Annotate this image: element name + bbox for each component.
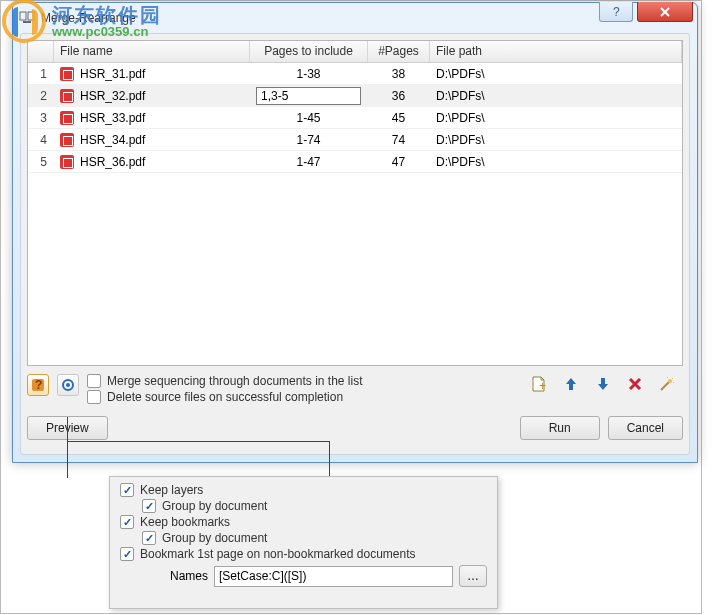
svg-text:?: ?: [35, 378, 42, 392]
table-row[interactable]: 2HSR_32.pdf36D:\PDFs\: [28, 85, 682, 107]
move-up-icon[interactable]: [561, 374, 581, 394]
help-button[interactable]: ?: [599, 2, 633, 22]
cell-filename[interactable]: HSR_33.pdf: [54, 111, 250, 125]
col-npages[interactable]: #Pages: [368, 41, 430, 62]
row-number: 3: [28, 111, 54, 125]
cell-pages[interactable]: [250, 87, 368, 105]
svg-text:+: +: [539, 379, 546, 393]
bookmark-first-label: Bookmark 1st page on non-bookmarked docu…: [140, 547, 416, 561]
group-bookmarks-label: Group by document: [162, 531, 267, 545]
merge-seq-label: Merge sequencing through documents in th…: [107, 374, 363, 388]
pdf-icon: [60, 155, 74, 169]
svg-point-8: [668, 379, 672, 383]
pages-text: 1-74: [296, 133, 320, 147]
pdf-icon: [60, 133, 74, 147]
svg-rect-0: [20, 12, 26, 20]
cell-npages: 38: [368, 67, 430, 81]
filename-text: HSR_32.pdf: [80, 89, 145, 103]
grid-header: File name Pages to include #Pages File p…: [28, 41, 682, 63]
cell-npages: 45: [368, 111, 430, 125]
keep-bookmarks-checkbox[interactable]: [120, 515, 134, 529]
dialog-window: Merge-Rearrange ? File name Pages to inc…: [12, 2, 698, 463]
move-down-icon[interactable]: [593, 374, 613, 394]
filename-text: HSR_33.pdf: [80, 111, 145, 125]
group-layers-label: Group by document: [162, 499, 267, 513]
pdf-icon: [60, 111, 74, 125]
cell-path: D:\PDFs\: [430, 111, 682, 125]
titlebar[interactable]: Merge-Rearrange ?: [13, 3, 697, 33]
run-button[interactable]: Run: [520, 416, 600, 440]
table-row[interactable]: 5HSR_36.pdf1-4747D:\PDFs\: [28, 151, 682, 173]
filename-text: HSR_31.pdf: [80, 67, 145, 81]
delete-src-label: Delete source files on successful comple…: [107, 390, 343, 404]
cell-path: D:\PDFs\: [430, 89, 682, 103]
col-pages[interactable]: Pages to include: [250, 41, 368, 62]
names-label: Names: [170, 569, 208, 583]
cancel-button[interactable]: Cancel: [608, 416, 683, 440]
remove-icon[interactable]: [625, 374, 645, 394]
app-icon: [19, 10, 35, 26]
cell-pages[interactable]: 1-45: [250, 111, 368, 125]
row-number: 5: [28, 155, 54, 169]
filename-text: HSR_36.pdf: [80, 155, 145, 169]
cell-npages: 47: [368, 155, 430, 169]
pages-text: 1-45: [296, 111, 320, 125]
wizard-icon[interactable]: [657, 374, 677, 394]
cell-path: D:\PDFs\: [430, 133, 682, 147]
cell-pages[interactable]: 1-47: [250, 155, 368, 169]
cell-path: D:\PDFs\: [430, 67, 682, 81]
table-row[interactable]: 4HSR_34.pdf1-7474D:\PDFs\: [28, 129, 682, 151]
keep-layers-checkbox[interactable]: [120, 483, 134, 497]
col-path[interactable]: File path: [430, 41, 682, 62]
settings-icon-button[interactable]: [57, 374, 79, 396]
keep-bookmarks-label: Keep bookmarks: [140, 515, 230, 529]
group-layers-checkbox[interactable]: [142, 499, 156, 513]
col-rownum[interactable]: [28, 41, 54, 62]
pdf-icon: [60, 89, 74, 103]
svg-rect-1: [28, 12, 34, 20]
cell-filename[interactable]: HSR_36.pdf: [54, 155, 250, 169]
svg-point-6: [66, 383, 70, 387]
help-icon-button[interactable]: ?: [27, 374, 49, 396]
table-row[interactable]: 3HSR_33.pdf1-4545D:\PDFs\: [28, 107, 682, 129]
pages-text: 1-38: [296, 67, 320, 81]
cell-filename[interactable]: HSR_32.pdf: [54, 89, 250, 103]
cell-filename[interactable]: HSR_34.pdf: [54, 133, 250, 147]
keep-layers-label: Keep layers: [140, 483, 203, 497]
filename-text: HSR_34.pdf: [80, 133, 145, 147]
names-browse-button[interactable]: …: [459, 565, 487, 587]
cell-filename[interactable]: HSR_31.pdf: [54, 67, 250, 81]
add-page-icon[interactable]: +: [529, 374, 549, 394]
row-number: 2: [28, 89, 54, 103]
cell-npages: 36: [368, 89, 430, 103]
delete-src-checkbox[interactable]: [87, 390, 101, 404]
row-number: 4: [28, 133, 54, 147]
row-number: 1: [28, 67, 54, 81]
cell-path: D:\PDFs\: [430, 155, 682, 169]
settings-popup: Keep layers Group by document Keep bookm…: [109, 476, 498, 609]
pages-text: 1-47: [296, 155, 320, 169]
cell-pages[interactable]: 1-74: [250, 133, 368, 147]
table-row[interactable]: 1HSR_31.pdf1-3838D:\PDFs\: [28, 63, 682, 85]
names-input[interactable]: [214, 566, 453, 587]
pdf-icon: [60, 67, 74, 81]
svg-text:?: ?: [613, 6, 620, 18]
window-title: Merge-Rearrange: [41, 11, 136, 25]
file-grid[interactable]: File name Pages to include #Pages File p…: [27, 40, 683, 366]
preview-button[interactable]: Preview: [27, 416, 108, 440]
group-bookmarks-checkbox[interactable]: [142, 531, 156, 545]
cell-npages: 74: [368, 133, 430, 147]
cell-pages[interactable]: 1-38: [250, 67, 368, 81]
bookmark-first-checkbox[interactable]: [120, 547, 134, 561]
pages-input[interactable]: [256, 87, 361, 105]
col-filename[interactable]: File name: [54, 41, 250, 62]
close-button[interactable]: [637, 2, 693, 22]
client-area: File name Pages to include #Pages File p…: [20, 33, 690, 455]
merge-seq-checkbox[interactable]: [87, 374, 101, 388]
